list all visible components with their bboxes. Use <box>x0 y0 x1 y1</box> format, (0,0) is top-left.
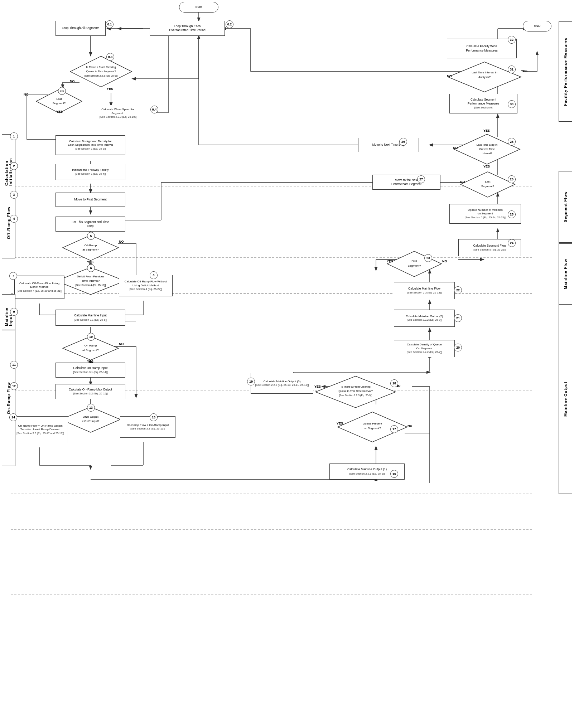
badge-15: 15 <box>150 413 158 421</box>
badge-31: 31 <box>508 65 516 73</box>
badge-4: 4 <box>10 215 18 223</box>
badge-23: 23 <box>424 254 432 262</box>
end-label: END <box>534 24 540 28</box>
badge-03: 0.3 <box>106 53 114 61</box>
badge-6: 6 <box>87 264 95 272</box>
badge-25: 25 <box>508 210 516 218</box>
calc-mainline-output2-node: Calculate Mainline Output (2)[See Sectio… <box>394 310 455 327</box>
no-17: NO <box>407 424 413 428</box>
svg-text:Deficit From Previous: Deficit From Previous <box>77 275 104 278</box>
section-segment-flow: Segment Flow <box>559 171 572 243</box>
svg-text:Analysis?: Analysis? <box>478 76 491 79</box>
svg-text:Queue in This Segment?: Queue in This Segment? <box>86 70 116 73</box>
badge-30: 30 <box>508 100 516 108</box>
diamond-26: Last Segment? <box>460 171 516 198</box>
svg-text:Last: Last <box>485 180 491 183</box>
svg-text:Time Interval?: Time Interval? <box>82 279 100 282</box>
svg-text:Last Time Step In: Last Time Step In <box>477 143 497 146</box>
svg-text:On-Ramp: On-Ramp <box>85 344 97 347</box>
calc-segment-perf-node: Calculate SegmentPerformance Measures[Se… <box>449 94 517 113</box>
svg-text:Segment?: Segment? <box>481 185 495 188</box>
badge-16: 16 <box>390 470 398 478</box>
badge-22: 22 <box>454 286 462 294</box>
end-node: END <box>523 21 551 31</box>
onramp-flow-input-node: On-Ramp Flow = On-Ramp Input[See Section… <box>120 416 175 438</box>
move-next-downstream-node: Move to the NextDownstream Segment <box>372 175 440 190</box>
badge-21: 21 <box>454 314 462 322</box>
diamond-23: First Segment? <box>387 251 442 277</box>
svg-text:on Segment?: on Segment? <box>364 427 381 430</box>
svg-text:Last: Last <box>56 97 62 101</box>
svg-text:Is There a Front Clearing: Is There a Front Clearing <box>86 65 116 69</box>
badge-01: 0.2 <box>226 20 233 28</box>
yes-23: YES <box>387 259 393 263</box>
onramp-flow-output-node: On-Ramp Flow = On-Ramp OutputTransfer Un… <box>13 416 68 443</box>
yes-18: YES <box>314 385 321 388</box>
no-10: NO <box>119 342 124 346</box>
badge-02: 0.1 <box>106 20 114 28</box>
yes-28: YES <box>483 129 490 132</box>
loop-all-segments-node: Loop Through All Segments <box>56 21 106 36</box>
badge-14: 14 <box>9 413 17 421</box>
calc-onramp-input-node: Calculate On-Ramp Input[See Section 3.1 … <box>56 363 125 378</box>
no-23: NO <box>442 259 447 263</box>
badge-29: 29 <box>399 138 407 146</box>
badge-8: 8 <box>150 271 158 279</box>
svg-text:at Segment?: at Segment? <box>82 349 99 352</box>
svg-text:Current Time: Current Time <box>479 147 495 151</box>
svg-text:Segment?: Segment? <box>53 102 66 105</box>
svg-text:at Segment?: at Segment? <box>82 248 99 251</box>
loop-all-segments-label: Loop Through All Segments <box>62 26 100 30</box>
no-03: NO <box>70 79 75 83</box>
calc-offramp-no-deficit-node: Calculate Off-Ramp Flow WithoutUsing Def… <box>119 275 173 296</box>
calc-density-queue-node: Calculate Density of QueueOn Segment[See… <box>394 340 455 357</box>
badge-05: 0.5 <box>58 87 66 95</box>
calc-facility-perf-node: Calculate Facility WidePerformance Measu… <box>447 39 517 58</box>
badge-12: 12 <box>10 382 18 390</box>
badge-27: 27 <box>417 175 425 183</box>
move-first-segment-node: Move to First Segment <box>56 193 125 207</box>
svg-text:< ONR Input?: < ONR Input? <box>82 419 100 423</box>
svg-text:Queue in This Time Interval?: Queue in This Time Interval? <box>338 389 373 393</box>
badge-17: 17 <box>390 425 398 433</box>
calc-mainline-output3-node: Calculate Mainline Output (3)[See Sectio… <box>251 373 313 394</box>
badge-04: 0.4 <box>150 106 158 113</box>
move-first-segment-label: Move to First Segment <box>74 198 107 202</box>
section-facility-perf: Facility Performance Measures <box>559 21 572 122</box>
yes-03: YES <box>107 87 113 91</box>
no-31: NO <box>447 74 452 78</box>
yes-5: YES <box>87 260 93 264</box>
badge-18: 18 <box>390 379 398 387</box>
badge-7: 7 <box>9 272 17 280</box>
yes-05: YES <box>56 110 63 113</box>
svg-text:[See Section 2.2.3 (Eq. 25-9)]: [See Section 2.2.3 (Eq. 25-9)] <box>85 74 117 77</box>
no-05: NO <box>24 93 29 96</box>
calc-wave-speed-node: Calculate Wave Speed forSegment I[See Se… <box>85 105 151 122</box>
svg-text:[See Section 2.2.3 (Eq. 25-9)]: [See Section 2.2.3 (Eq. 25-9)] <box>339 394 372 397</box>
yes-31: YES <box>521 69 527 73</box>
svg-text:Queue Present: Queue Present <box>363 422 382 425</box>
badge-9: 9 <box>10 308 18 316</box>
start-node: Start <box>179 2 218 13</box>
flowchart-diagram: { "title": "Freeway Facility Analysis Fl… <box>0 0 574 728</box>
badge-24: 24 <box>508 239 516 247</box>
badge-2: 2 <box>10 162 18 170</box>
calc-offramp-deficit-node: Calculate Off-Ramp Flow UsingDeficit Met… <box>14 276 64 299</box>
move-next-time-step-node: Move to Next Time Step <box>358 138 419 152</box>
badge-20: 20 <box>454 344 462 351</box>
badge-28: 28 <box>508 138 516 146</box>
diamond-03: Is There a Front Clearing Queue in This … <box>70 55 132 88</box>
svg-text:ONR Output: ONR Output <box>83 415 99 418</box>
no-5: NO <box>119 240 124 243</box>
svg-text:Interval?: Interval? <box>482 152 492 155</box>
badge-3: 3 <box>10 191 18 199</box>
diamond-18: Is There a Front Clearing Queue in This … <box>314 375 397 409</box>
svg-text:Is There a Front Clearing: Is There a Front Clearing <box>341 385 370 388</box>
badge-32: 32 <box>508 36 516 44</box>
loop-oversaturated-node: Loop Through EachOversaturated Time Peri… <box>150 21 225 36</box>
section-mainline-output: Mainline Output <box>559 304 572 494</box>
yes-17: YES <box>337 422 343 425</box>
badge-13: 13 <box>87 404 95 412</box>
badge-19: 19 <box>247 378 255 385</box>
section-on-ramp: On-Ramp Flow <box>2 330 15 466</box>
